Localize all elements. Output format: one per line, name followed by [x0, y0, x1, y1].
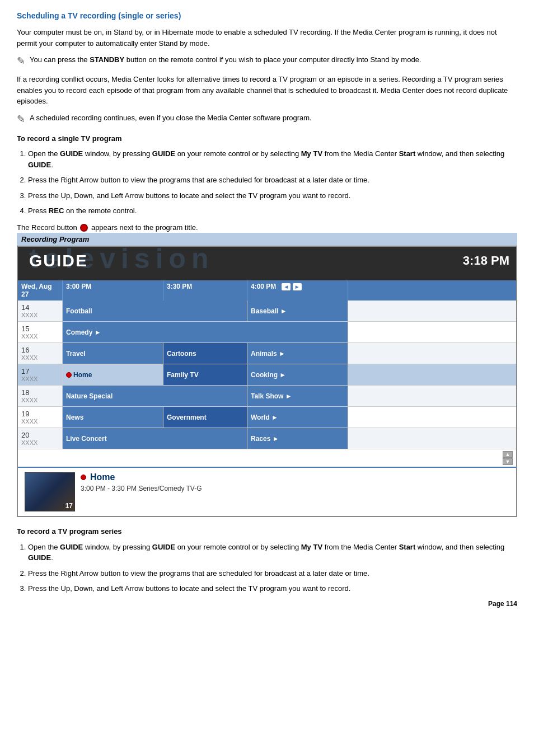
guide-scroll-buttons: ▲ ▼ [18, 449, 516, 467]
note-icon-1: ✎ [17, 55, 25, 67]
series-steps-list: Open the GUIDE window, by pressing GUIDE… [28, 542, 517, 594]
ch-17-number: 17 [21, 367, 29, 375]
guide-row-17[interactable]: 17 XXXX Home Family TV Cooking ► [18, 364, 516, 386]
guide-row-19[interactable]: 19 XXXX News Government World ► [18, 407, 516, 428]
ch-14-info: 14 XXXX [18, 300, 63, 321]
series-step-1: Open the GUIDE window, by pressing GUIDE… [28, 542, 517, 564]
guide-col-time2: 3:30 PM [163, 280, 247, 300]
ch-18-call: XXXX [21, 397, 38, 403]
ch-18-info: 18 XXXX [18, 386, 63, 406]
guide-col-time3: 4:00 PM ◄ ► [247, 280, 348, 300]
guide-col-time1: 3:00 PM [63, 280, 163, 300]
guide-col-date: Wed, Aug 27 [18, 280, 63, 300]
intro-para1: Your computer must be on, in Stand by, o… [17, 27, 517, 49]
page-number: Page 114 [17, 600, 517, 608]
ch-20-prog1[interactable]: Live Concert [63, 428, 247, 449]
ch-18-prog3[interactable]: Talk Show ► [247, 386, 348, 406]
ch-14-call: XXXX [21, 312, 38, 318]
ch-20-number: 20 [21, 431, 29, 439]
series-section-heading: To record a TV program series [17, 526, 517, 537]
ch-15-info: 15 XXXX [18, 322, 63, 342]
ch-18-prog1[interactable]: Nature Special [63, 386, 247, 406]
single-step-3: Press the Up, Down, and Left Arrow butto… [28, 190, 517, 201]
guide-row-15[interactable]: 15 XXXX Comedy ► [18, 322, 516, 343]
page-title: Scheduling a TV recording (single or ser… [17, 11, 517, 20]
record-button-icon [80, 224, 88, 232]
record-dot-info [81, 475, 86, 480]
ch-16-prog1[interactable]: Travel [63, 343, 163, 364]
ch-19-info: 19 XXXX [18, 407, 63, 428]
guide-row-20[interactable]: 20 XXXX Live Concert Races ► [18, 428, 516, 449]
ch-19-prog2[interactable]: Government [163, 407, 247, 428]
guide-prog-title-text: Home [90, 472, 115, 482]
guide-col-headers: Wed, Aug 27 3:00 PM 3:30 PM 4:00 PM ◄ ► [18, 280, 516, 300]
ch-15-number: 15 [21, 325, 29, 333]
record-text: The Record button appears next to the pr… [17, 222, 517, 233]
scroll-up-button[interactable]: ▲ [503, 451, 513, 458]
ch-17-call: XXXX [21, 375, 38, 382]
ch-15-prog1[interactable]: Comedy ► [63, 322, 348, 342]
intro-para2: If a recording conflict occurs, Media Ce… [17, 74, 517, 107]
ch-17-prog3[interactable]: Cooking ► [247, 364, 348, 385]
ch-14-number: 14 [21, 303, 29, 312]
guide-info-panel: 17 Home 3:00 PM - 3:30 PM Series/Comedy … [18, 467, 516, 516]
series-step-2: Press the Right Arrow button to view the… [28, 568, 517, 579]
ch-18-number: 18 [21, 388, 29, 397]
guide-title-time: GUIDE 3:18 PM [18, 247, 516, 273]
ch-16-number: 16 [21, 346, 29, 354]
scroll-arrows[interactable]: ▲ ▼ [503, 451, 513, 465]
ch-16-prog3[interactable]: Animals ► [247, 343, 348, 364]
ch-17-prog2[interactable]: Family TV [163, 364, 247, 385]
ch-20-info: 20 XXXX [18, 428, 63, 449]
nav-prev-button[interactable]: ◄ [282, 283, 291, 290]
ch-14-prog3[interactable]: Baseball ► [247, 300, 348, 321]
ch-15-call: XXXX [21, 333, 38, 340]
guide-row-16[interactable]: 16 XXXX Travel Cartoons Animals ► [18, 343, 516, 364]
single-section-heading: To record a single TV program [17, 133, 517, 144]
note-text-2: A scheduled recording continues, even if… [30, 112, 312, 124]
single-step-1: Open the GUIDE window, by pressing GUIDE… [28, 148, 517, 170]
series-step-3: Press the Up, Down, and Left Arrow butto… [28, 583, 517, 594]
thumbnail-ch-number: 17 [65, 502, 73, 510]
guide-thumbnail: 17 [25, 472, 75, 511]
note-block-2: ✎ A scheduled recording continues, even … [17, 112, 517, 125]
ch-17-info: 17 XXXX [18, 364, 63, 385]
ch-19-prog3[interactable]: World ► [247, 407, 348, 428]
single-step-2: Press the Right Arrow button to view the… [28, 175, 517, 186]
ch-14-prog1[interactable]: Football [63, 300, 247, 321]
ch-20-call: XXXX [21, 439, 38, 446]
ch-17-prog1[interactable]: Home [63, 364, 163, 385]
guide-title-text: GUIDE [29, 251, 88, 270]
guide-prog-title: Home [81, 472, 509, 482]
note-block-1: ✎ You can press the STANDBY button on th… [17, 54, 517, 67]
single-step-4: Press REC on the remote control. [28, 205, 517, 217]
ch-16-prog2[interactable]: Cartoons [163, 343, 247, 364]
ch-19-call: XXXX [21, 418, 38, 425]
guide-time-display: 3:18 PM [463, 253, 509, 268]
scroll-down-button[interactable]: ▼ [503, 458, 513, 465]
guide-grid: Wed, Aug 27 3:00 PM 3:30 PM 4:00 PM ◄ ► … [18, 280, 516, 467]
ch-16-call: XXXX [21, 354, 38, 361]
guide-row-14[interactable]: 14 XXXX Football Baseball ► [18, 300, 516, 322]
nav-next-button[interactable]: ► [293, 283, 302, 290]
record-dot-17 [66, 372, 72, 378]
guide-container: television GUIDE 3:18 PM Wed, Aug 27 3:0… [17, 246, 517, 517]
guide-header-row: television GUIDE 3:18 PM [18, 247, 516, 280]
guide-prog-meta: 3:00 PM - 3:30 PM Series/Comedy TV-G [81, 485, 509, 492]
thumbnail-screen: 17 [25, 473, 74, 511]
ch-19-prog1[interactable]: News [63, 407, 163, 428]
ch-19-number: 19 [21, 410, 29, 418]
ch-16-info: 16 XXXX [18, 343, 63, 364]
guide-program-info: Home 3:00 PM - 3:30 PM Series/Comedy TV-… [81, 472, 509, 511]
ch-20-prog3[interactable]: Races ► [247, 428, 348, 449]
note-text-1: You can press the STANDBY button on the … [30, 54, 421, 65]
single-steps-list: Open the GUIDE window, by pressing GUIDE… [28, 148, 517, 217]
recording-program-label: Recording Program [17, 233, 517, 246]
guide-row-18[interactable]: 18 XXXX Nature Special Talk Show ► [18, 386, 516, 407]
note-icon-2: ✎ [17, 113, 25, 125]
